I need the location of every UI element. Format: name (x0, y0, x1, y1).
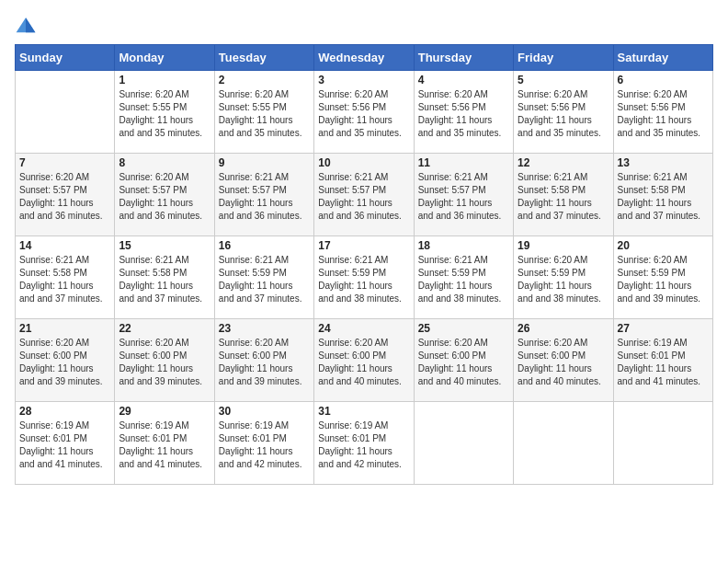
header-tuesday: Tuesday (214, 45, 313, 71)
daylight-text: Daylight: 11 hours (219, 446, 293, 456)
day-cell: 4Sunrise: 6:20 AMSunset: 5:56 PMDaylight… (414, 71, 513, 154)
sunset-text: Sunset: 6:00 PM (19, 350, 87, 361)
sunrise-text: Sunrise: 6:20 AM (318, 89, 388, 99)
sunrise-text: Sunrise: 6:20 AM (618, 89, 688, 99)
day-info: Sunrise: 6:20 AMSunset: 6:00 PMDaylight:… (518, 337, 609, 388)
day-cell: 28Sunrise: 6:19 AMSunset: 6:01 PMDayligh… (16, 402, 115, 485)
day-number: 10 (318, 156, 409, 169)
daylight-text: Daylight: 11 hours (618, 198, 692, 208)
daylight-cont: and and 37 minutes. (19, 293, 103, 304)
sunrise-text: Sunrise: 6:20 AM (518, 255, 587, 265)
daylight-cont: and and 38 minutes. (518, 293, 601, 304)
header-friday: Friday (514, 45, 613, 71)
sunrise-text: Sunrise: 6:20 AM (19, 172, 89, 182)
sunrise-text: Sunrise: 6:20 AM (518, 89, 587, 99)
sunset-text: Sunset: 5:58 PM (119, 268, 187, 278)
day-cell: 25Sunrise: 6:20 AMSunset: 6:00 PMDayligh… (414, 319, 513, 402)
day-info: Sunrise: 6:20 AMSunset: 5:56 PMDaylight:… (418, 88, 509, 140)
day-info: Sunrise: 6:20 AMSunset: 6:00 PMDaylight:… (19, 337, 110, 388)
daylight-text: Daylight: 11 hours (418, 198, 493, 208)
daylight-cont: and and 39 minutes. (119, 376, 202, 386)
sunrise-text: Sunrise: 6:21 AM (119, 255, 188, 265)
day-cell: 9Sunrise: 6:21 AMSunset: 5:57 PMDaylight… (214, 154, 313, 236)
day-cell: 19Sunrise: 6:20 AMSunset: 5:59 PMDayligh… (514, 236, 613, 319)
sunset-text: Sunset: 5:56 PM (418, 102, 486, 112)
header-saturday: Saturday (613, 45, 712, 71)
sunrise-text: Sunrise: 6:19 AM (618, 338, 688, 348)
day-cell: 20Sunrise: 6:20 AMSunset: 5:59 PMDayligh… (613, 236, 712, 319)
sunrise-text: Sunrise: 6:20 AM (119, 172, 188, 182)
sunset-text: Sunset: 5:59 PM (318, 268, 386, 278)
daylight-cont: and and 36 minutes. (19, 211, 103, 221)
daylight-text: Daylight: 11 hours (119, 198, 193, 208)
day-number: 27 (618, 322, 709, 335)
day-info: Sunrise: 6:19 AMSunset: 6:01 PMDaylight:… (219, 419, 310, 471)
day-cell: 22Sunrise: 6:20 AMSunset: 6:00 PMDayligh… (115, 319, 214, 402)
week-row-4: 28Sunrise: 6:19 AMSunset: 6:01 PMDayligh… (16, 402, 713, 485)
sunset-text: Sunset: 5:59 PM (618, 268, 686, 278)
sunrise-text: Sunrise: 6:21 AM (19, 255, 89, 265)
day-info: Sunrise: 6:20 AMSunset: 5:59 PMDaylight:… (618, 254, 709, 305)
daylight-cont: and and 37 minutes. (119, 293, 202, 304)
day-info: Sunrise: 6:21 AMSunset: 5:59 PMDaylight:… (418, 254, 509, 305)
sunset-text: Sunset: 6:00 PM (119, 350, 187, 361)
sunrise-text: Sunrise: 6:20 AM (219, 89, 289, 99)
daylight-text: Daylight: 11 hours (219, 363, 293, 373)
daylight-cont: and and 35 minutes. (418, 128, 502, 138)
sunset-text: Sunset: 6:00 PM (418, 350, 486, 361)
day-info: Sunrise: 6:20 AMSunset: 6:00 PMDaylight:… (418, 337, 509, 388)
day-info: Sunrise: 6:20 AMSunset: 5:57 PMDaylight:… (119, 171, 210, 223)
daylight-text: Daylight: 11 hours (418, 115, 493, 125)
day-number: 24 (318, 322, 409, 335)
sunrise-text: Sunrise: 6:19 AM (318, 420, 388, 431)
day-cell: 24Sunrise: 6:20 AMSunset: 6:00 PMDayligh… (314, 319, 414, 402)
day-number: 3 (318, 74, 409, 86)
daylight-cont: and and 35 minutes. (618, 128, 701, 138)
day-number: 15 (119, 239, 210, 252)
daylight-text: Daylight: 11 hours (418, 363, 493, 373)
sunset-text: Sunset: 5:57 PM (219, 185, 287, 195)
day-info: Sunrise: 6:20 AMSunset: 5:55 PMDaylight:… (219, 88, 310, 140)
sunrise-text: Sunrise: 6:19 AM (219, 420, 289, 431)
day-number: 19 (518, 239, 609, 252)
day-number: 16 (219, 239, 310, 252)
sunset-text: Sunset: 6:01 PM (618, 350, 686, 361)
day-number: 14 (19, 239, 110, 252)
sunrise-text: Sunrise: 6:20 AM (418, 338, 488, 348)
daylight-text: Daylight: 11 hours (219, 115, 293, 125)
daylight-text: Daylight: 11 hours (518, 115, 592, 125)
sunset-text: Sunset: 5:58 PM (19, 268, 87, 278)
day-number: 28 (19, 405, 110, 418)
header-sunday: Sunday (16, 45, 115, 71)
daylight-text: Daylight: 11 hours (19, 281, 94, 291)
sunset-text: Sunset: 5:58 PM (518, 185, 586, 195)
daylight-text: Daylight: 11 hours (318, 281, 392, 291)
sunset-text: Sunset: 5:56 PM (518, 102, 586, 112)
daylight-text: Daylight: 11 hours (119, 281, 193, 291)
sunset-text: Sunset: 6:01 PM (119, 433, 187, 443)
day-info: Sunrise: 6:20 AMSunset: 5:55 PMDaylight:… (119, 88, 210, 140)
sunrise-text: Sunrise: 6:21 AM (318, 172, 388, 182)
daylight-cont: and and 36 minutes. (119, 211, 202, 221)
day-number: 12 (518, 156, 609, 169)
day-number: 9 (219, 156, 310, 169)
daylight-text: Daylight: 11 hours (19, 198, 94, 208)
day-cell: 23Sunrise: 6:20 AMSunset: 6:00 PMDayligh… (214, 319, 313, 402)
daylight-text: Daylight: 11 hours (518, 198, 592, 208)
sunrise-text: Sunrise: 6:20 AM (418, 89, 488, 99)
day-info: Sunrise: 6:20 AMSunset: 6:00 PMDaylight:… (318, 337, 409, 388)
daylight-cont: and and 36 minutes. (418, 211, 502, 221)
day-number: 2 (219, 74, 310, 86)
day-cell: 2Sunrise: 6:20 AMSunset: 5:55 PMDaylight… (214, 71, 313, 154)
sunset-text: Sunset: 5:59 PM (219, 268, 287, 278)
day-cell (414, 402, 513, 485)
daylight-cont: and and 42 minutes. (219, 459, 302, 469)
daylight-cont: and and 36 minutes. (219, 211, 302, 221)
day-info: Sunrise: 6:21 AMSunset: 5:59 PMDaylight:… (219, 254, 310, 305)
sunrise-text: Sunrise: 6:20 AM (119, 89, 188, 99)
day-info: Sunrise: 6:21 AMSunset: 5:58 PMDaylight:… (19, 254, 110, 305)
day-cell: 1Sunrise: 6:20 AMSunset: 5:55 PMDaylight… (115, 71, 214, 154)
page-header (15, 15, 713, 37)
daylight-cont: and and 36 minutes. (318, 211, 402, 221)
sunset-text: Sunset: 5:57 PM (19, 185, 87, 195)
